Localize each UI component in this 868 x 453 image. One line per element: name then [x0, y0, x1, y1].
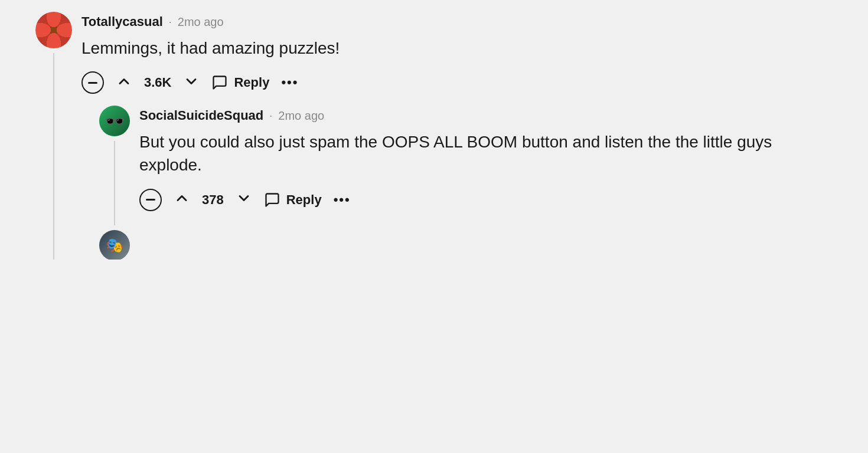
avatar-reply-inner: 🕶️: [99, 106, 130, 136]
next-avatar-icon: 🎭: [106, 237, 123, 254]
username-1: Totallycasual: [81, 14, 163, 29]
more-button-2[interactable]: •••: [334, 192, 351, 208]
dot-separator-1: ·: [169, 16, 172, 28]
more-icon-2: •••: [334, 192, 351, 207]
comment-1: Totallycasual · 2mo ago Lemmings, it had…: [35, 12, 833, 260]
upvote-button-1[interactable]: [116, 73, 132, 93]
comment-2-body: SocialSuicideSquad · 2mo ago But you cou…: [139, 106, 833, 225]
comment-text-2: But you could also just spam the OOPS AL…: [139, 130, 833, 176]
page-container: Totallycasual · 2mo ago Lemmings, it had…: [0, 0, 868, 453]
downvote-button-2[interactable]: [236, 190, 252, 209]
comment-2-header: SocialSuicideSquad · 2mo ago: [139, 108, 833, 123]
vote-count-1: 3.6K: [144, 75, 171, 90]
collapse-icon-2: [146, 199, 155, 201]
collapse-button-2[interactable]: [139, 189, 162, 211]
dot-separator-2: ·: [269, 110, 272, 122]
reply-comment-1: 🕶️ SocialSuicideSquad · 2mo ago But you …: [99, 106, 833, 225]
collapse-icon-1: [88, 82, 97, 84]
comment-1-left: [35, 12, 72, 260]
more-button-1[interactable]: •••: [281, 75, 298, 90]
collapse-button-1[interactable]: [81, 71, 104, 94]
upvote-button-2[interactable]: [174, 190, 190, 209]
thread-line-1: [53, 53, 54, 260]
replies-section-1: 🕶️ SocialSuicideSquad · 2mo ago But you …: [99, 106, 833, 259]
downvote-button-1[interactable]: [183, 73, 200, 93]
timestamp-2: 2mo ago: [278, 109, 324, 123]
reply-label-2: Reply: [286, 192, 322, 208]
comment-2-actions: 378 Reply: [139, 189, 833, 211]
timestamp-1: 2mo ago: [178, 15, 224, 29]
reply-left-1: 🕶️: [99, 106, 130, 225]
comment-1-header: Totallycasual · 2mo ago: [81, 14, 833, 29]
next-avatar-row: 🎭: [99, 230, 833, 260]
comment-1-body: Totallycasual · 2mo ago Lemmings, it had…: [81, 12, 833, 260]
next-avatar: 🎭: [99, 230, 130, 260]
avatar-totallycasual: [35, 12, 72, 48]
more-icon-1: •••: [281, 75, 298, 90]
reply-button-2[interactable]: Reply: [264, 192, 322, 208]
username-2: SocialSuicideSquad: [139, 108, 263, 123]
thread-line-2: [114, 141, 115, 225]
avatar-socialsuicidesquad: 🕶️: [99, 106, 130, 136]
reply-button-1[interactable]: Reply: [211, 74, 269, 91]
avatar-emoji: 🕶️: [105, 111, 125, 131]
comment-text-1: Lemmings, it had amazing puzzles!: [81, 37, 833, 60]
comment-1-actions: 3.6K Reply •••: [81, 71, 833, 94]
reply-label-1: Reply: [234, 75, 269, 90]
vote-count-2: 378: [202, 192, 224, 208]
